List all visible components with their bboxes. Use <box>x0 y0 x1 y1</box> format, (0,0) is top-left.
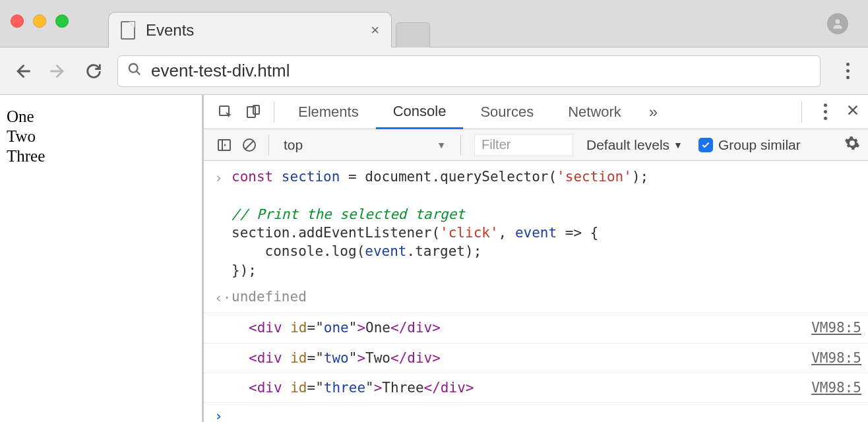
console-log-row[interactable]: <div id="three">Three</div>VM98:5 <box>204 373 868 403</box>
browser-tab-strip: Events × <box>0 0 868 47</box>
log-element: <div id="one">One</div> <box>232 318 798 337</box>
tab-sources[interactable]: Sources <box>463 95 551 129</box>
log-element: <div id="three">Three</div> <box>232 378 798 397</box>
browser-toolbar: event-test-div.html <box>0 47 868 95</box>
favicon-icon <box>121 21 135 40</box>
context-label: top <box>284 137 303 153</box>
blank-gutter <box>214 349 232 367</box>
tab-elements[interactable]: Elements <box>281 95 376 129</box>
console-log-row[interactable]: <div id="one">One</div>VM98:5 <box>204 313 868 343</box>
console-prompt-row[interactable]: › <box>204 403 868 422</box>
separator <box>274 102 274 123</box>
clear-console-button[interactable] <box>237 137 262 153</box>
log-source-link[interactable]: VM98:5 <box>798 349 861 367</box>
separator <box>268 135 269 156</box>
arrow-right-icon <box>49 62 67 80</box>
svg-point-0 <box>836 19 840 24</box>
back-button[interactable] <box>11 62 34 80</box>
separator <box>801 102 802 123</box>
log-source-link[interactable]: VM98:5 <box>798 318 861 337</box>
console-code: const section = document.querySelector('… <box>232 167 861 280</box>
forward-button[interactable] <box>46 62 70 80</box>
return-value: undefined <box>232 287 861 307</box>
console-input[interactable] <box>232 406 861 422</box>
close-icon <box>846 103 860 117</box>
browser-tab-active[interactable]: Events × <box>108 12 392 47</box>
page-viewport[interactable]: One Two Three <box>0 95 202 422</box>
log-levels-select[interactable]: Default levels ▼ <box>580 137 689 153</box>
clear-icon <box>241 137 257 153</box>
person-icon <box>831 17 844 30</box>
console-return-row: ‹· undefined <box>204 282 868 313</box>
search-icon <box>127 61 142 81</box>
devtools-close-button[interactable] <box>846 103 860 121</box>
console-settings-button[interactable] <box>844 135 860 154</box>
group-similar-checkbox[interactable] <box>698 138 713 152</box>
url-text: event-test-div.html <box>151 61 290 81</box>
levels-label: Default levels <box>586 137 669 153</box>
console-output[interactable]: › const section = document.querySelector… <box>204 161 868 422</box>
inspect-element-button[interactable] <box>212 104 239 120</box>
gear-icon <box>844 135 860 151</box>
console-toolbar: top ▼ Filter Default levels ▼ Group simi… <box>204 129 868 161</box>
arrow-left-icon <box>13 62 32 80</box>
tabs-overflow-button[interactable]: » <box>638 103 668 121</box>
check-icon <box>701 140 710 150</box>
device-toolbar-button[interactable] <box>239 104 267 120</box>
tab-close-icon[interactable]: × <box>371 22 379 39</box>
caret-down-icon: ▼ <box>673 140 683 150</box>
group-similar-label: Group similar <box>718 137 801 153</box>
prompt-icon: › <box>214 406 232 422</box>
reload-button[interactable] <box>82 62 106 80</box>
page-text-two[interactable]: Two <box>7 127 195 146</box>
new-tab-button[interactable] <box>396 22 430 47</box>
filter-placeholder: Filter <box>481 137 511 152</box>
maximize-window-button[interactable] <box>55 15 69 28</box>
svg-rect-3 <box>247 107 255 117</box>
prompt-icon: › <box>214 167 232 280</box>
tab-console[interactable]: Console <box>376 95 464 129</box>
page-text-three[interactable]: Three <box>7 146 195 166</box>
console-log-row[interactable]: <div id="two">Two</div>VM98:5 <box>204 344 868 373</box>
return-icon: ‹· <box>214 287 232 307</box>
execution-context-select[interactable]: top ▼ <box>276 134 454 156</box>
devices-icon <box>245 104 261 120</box>
page-text-one[interactable]: One <box>7 107 195 127</box>
separator <box>460 135 461 156</box>
tab-title: Events <box>146 21 194 40</box>
sidebar-icon <box>216 137 232 153</box>
window-controls <box>11 15 69 28</box>
reload-icon <box>84 62 103 80</box>
devtools-panel: Elements Console Sources Network » <box>202 95 868 422</box>
devtools-tab-bar: Elements Console Sources Network » <box>204 95 868 129</box>
caret-down-icon: ▼ <box>437 140 446 150</box>
blank-gutter <box>214 378 232 397</box>
log-source-link[interactable]: VM98:5 <box>798 378 861 397</box>
address-bar[interactable]: event-test-div.html <box>117 55 821 87</box>
log-element: <div id="two">Two</div> <box>232 349 798 367</box>
console-input-entry: › const section = document.querySelector… <box>204 161 868 282</box>
browser-menu-button[interactable] <box>838 63 857 79</box>
close-window-button[interactable] <box>11 15 24 28</box>
minimize-window-button[interactable] <box>33 15 46 28</box>
tab-network[interactable]: Network <box>551 95 638 129</box>
blank-gutter <box>214 318 232 337</box>
console-sidebar-toggle[interactable] <box>212 137 237 153</box>
console-filter-input[interactable]: Filter <box>474 134 573 156</box>
inspect-icon <box>218 104 233 120</box>
devtools-menu-button[interactable] <box>815 104 835 120</box>
svg-point-1 <box>129 64 138 73</box>
profile-avatar-button[interactable] <box>827 13 848 34</box>
